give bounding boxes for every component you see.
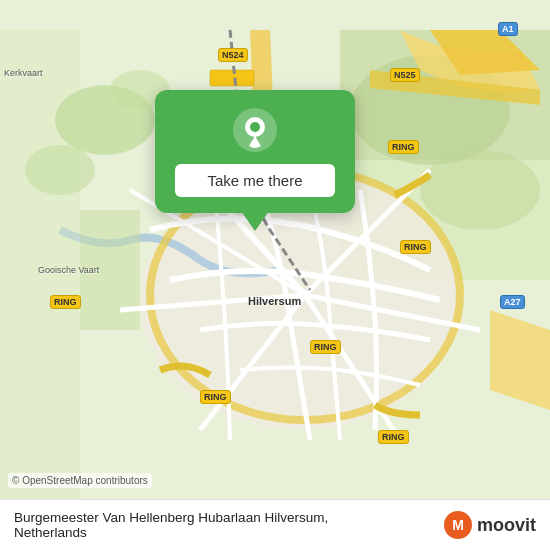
road-badge-ring6: RING <box>50 295 81 309</box>
road-badge-n524: N524 <box>218 48 248 62</box>
road-badge-ring2: RING <box>400 240 431 254</box>
road-badge-ring4: RING <box>200 390 231 404</box>
moovit-text: moovit <box>477 515 536 536</box>
bottom-info: Burgemeester Van Hellenberg Hubarlaan Hi… <box>14 510 443 540</box>
map-container: N524 N525 A1 A27 RING RING RING RING RIN… <box>0 0 550 550</box>
take-me-there-button[interactable]: Take me there <box>175 164 335 197</box>
location-country-text: Netherlands <box>14 525 87 540</box>
popup-card: Take me there <box>155 90 355 213</box>
svg-rect-8 <box>210 70 254 86</box>
location-name: Burgemeester Van Hellenberg Hubarlaan Hi… <box>14 510 443 540</box>
map-background <box>0 0 550 550</box>
road-badge-ring1: RING <box>388 140 419 154</box>
location-name-text: Burgemeester Van Hellenberg Hubarlaan Hi… <box>14 510 328 525</box>
road-badge-a27: A27 <box>500 295 525 309</box>
place-label-gooische-vaart: Gooische Vaart <box>38 265 99 275</box>
place-label-kerkvaart: Kerkvaart <box>4 68 43 78</box>
road-badge-ring3: RING <box>310 340 341 354</box>
location-pin-icon <box>233 108 277 152</box>
moovit-icon: M <box>443 510 473 540</box>
map-attribution: © OpenStreetMap contributors <box>8 473 152 488</box>
road-badge-ring5: RING <box>378 430 409 444</box>
svg-point-3 <box>420 150 540 230</box>
svg-point-10 <box>25 145 95 195</box>
road-badge-n525: N525 <box>390 68 420 82</box>
svg-text:M: M <box>452 517 464 533</box>
svg-point-14 <box>250 122 260 132</box>
place-label-hilversum: Hilversum <box>248 295 301 307</box>
road-badge-a1: A1 <box>498 22 518 36</box>
moovit-logo: M moovit <box>443 510 536 540</box>
bottom-bar: Burgemeester Van Hellenberg Hubarlaan Hi… <box>0 499 550 550</box>
